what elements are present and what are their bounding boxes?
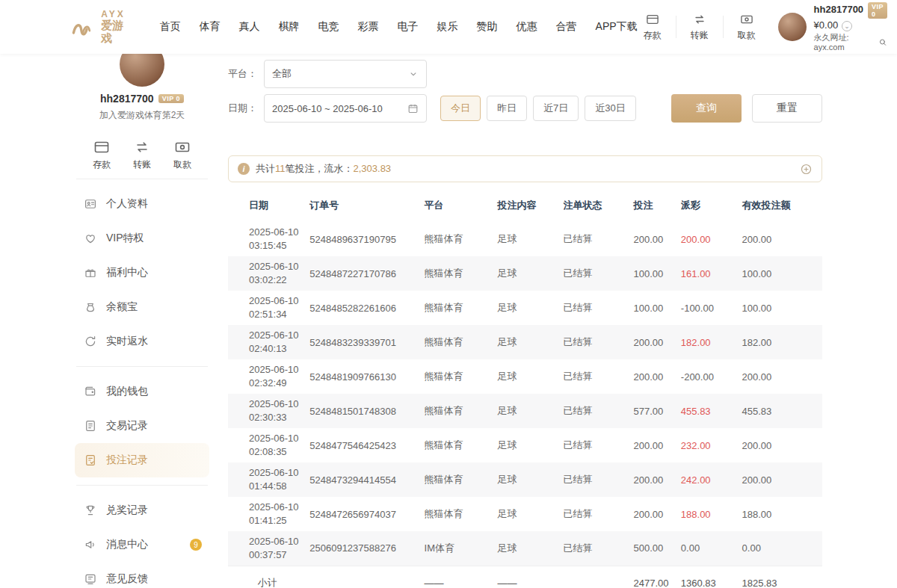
sidebar-item-label: 兑奖记录	[106, 504, 202, 517]
nav-item-9[interactable]: 优惠	[517, 20, 537, 34]
sidebar-item-transaction-doc[interactable]: 交易记录	[75, 409, 209, 443]
cell-date: 2025-06-1002:32:49	[228, 359, 306, 394]
subtotal-row: 小计————2477.001360.831825.83	[228, 566, 822, 588]
sidebar-item-label: 消息中心	[106, 538, 181, 551]
table-row: 2025-06-1002:40:135248483239339701熊猫体育足球…	[228, 325, 822, 359]
gift-icon	[84, 266, 97, 279]
megaphone-icon	[84, 538, 97, 551]
sidebar-item-wallet[interactable]: 我的钱包	[75, 374, 209, 409]
cell-valid-bet: 455.83	[739, 394, 822, 428]
cell-valid-bet: 200.00	[739, 359, 822, 394]
sidebar-item-id-card[interactable]: 个人资料	[75, 187, 209, 221]
table-header-row: 日期订单号平台投注内容注单状态投注派彩有效投注额	[228, 188, 822, 222]
cell-date: 2025-06-1001:44:58	[228, 462, 306, 497]
sidebar-item-megaphone[interactable]: 消息中心9	[75, 527, 209, 562]
quick-range-1[interactable]: 昨日	[487, 96, 527, 121]
cell-bet: 100.00	[630, 291, 677, 325]
platform-select[interactable]: 全部	[264, 60, 427, 88]
nav-item-8[interactable]: 赞助	[477, 20, 498, 34]
cell-platform: 熊猫体育	[422, 256, 495, 291]
logo[interactable]: AYX 爱游戏	[71, 10, 130, 44]
table-row: 2025-06-1002:08:355248477546425423熊猫体育足球…	[228, 428, 822, 462]
wallet-action-withdraw-banknote[interactable]: 取款	[732, 12, 762, 42]
nav-item-2[interactable]: 真人	[239, 20, 260, 34]
column-header: 日期	[228, 188, 306, 222]
cell-payout: 200.00	[678, 222, 739, 256]
cell-status: 已结算	[560, 394, 630, 428]
cell-payout: 232.00	[678, 428, 739, 462]
subtotal-platform: ——	[422, 566, 495, 588]
chevron-down-icon	[408, 69, 419, 79]
table-row: 2025-06-1001:44:585248473294414554熊猫体育足球…	[228, 462, 822, 497]
sidebar-item-feedback-edit[interactable]: 意见反馈	[75, 562, 209, 588]
subtotal-status	[560, 566, 630, 588]
sidebar-item-coin-purse[interactable]: 余额宝	[75, 290, 209, 324]
sidebar-item-rebate-refresh[interactable]: 实时返水	[75, 324, 209, 359]
column-header: 订单号	[306, 188, 421, 222]
cell-bet: 577.00	[630, 394, 677, 428]
sidebar-item-vip-heart[interactable]: VIP特权	[75, 221, 209, 256]
cell-valid-bet: 100.00	[739, 256, 822, 291]
prize-trophy-icon	[84, 504, 97, 517]
search-icon[interactable]	[878, 37, 887, 47]
column-header: 投注	[630, 188, 677, 222]
cell-valid-bet: 182.00	[739, 325, 822, 359]
cell-content: 足球	[495, 222, 561, 256]
reset-button[interactable]: 重置	[752, 94, 822, 123]
avatar[interactable]	[778, 13, 807, 41]
nav-item-11[interactable]: APP下载	[596, 20, 638, 34]
date-range-value: 2025-06-10 ~ 2025-06-10	[272, 103, 383, 114]
feedback-edit-icon	[84, 572, 97, 586]
header-right: 存款转账取款 hh2817700 VIP 0 ¥0.00 ⌄ 永久网址: ayx…	[638, 2, 887, 52]
quick-date-ranges: 今日昨日近7日近30日	[440, 96, 636, 121]
nav-item-3[interactable]: 棋牌	[279, 20, 300, 34]
cell-bet: 100.00	[630, 256, 677, 291]
cell-valid-bet: 200.00	[739, 428, 822, 462]
date-range-input[interactable]: 2025-06-10 ~ 2025-06-10	[264, 94, 427, 123]
nav-item-4[interactable]: 电竞	[318, 20, 339, 34]
wallet-action-deposit-card[interactable]: 存款	[87, 138, 117, 171]
cell-platform: 熊猫体育	[422, 325, 495, 359]
sidebar-item-prize-trophy[interactable]: 兑奖记录	[75, 493, 209, 527]
subtotal-valid: 1825.83	[739, 566, 822, 588]
nav-item-5[interactable]: 彩票	[358, 20, 379, 34]
subtotal-label: 小计	[228, 566, 306, 588]
platform-label: 平台：	[228, 67, 264, 81]
cell-valid-bet: 100.00	[739, 291, 822, 325]
balance-toggle-icon[interactable]: ⌄	[842, 21, 852, 31]
wallet-action-deposit-card[interactable]: 存款	[638, 12, 668, 42]
subtotal-bet: 2477.00	[630, 566, 677, 588]
sidebar-item-label: 余额宝	[106, 300, 202, 314]
vip-badge: VIP 0	[868, 2, 887, 19]
platform-select-value: 全部	[272, 67, 292, 81]
quick-range-0[interactable]: 今日	[440, 96, 481, 121]
nav-item-10[interactable]: 合营	[556, 20, 577, 34]
cell-order-no: 5248473294414554	[306, 462, 421, 497]
cell-platform: 熊猫体育	[422, 462, 495, 497]
cell-valid-bet: 0.00	[739, 531, 822, 566]
cell-date: 2025-06-1003:02:22	[228, 256, 306, 291]
sidebar-item-gift[interactable]: 福利中心	[75, 256, 209, 290]
nav-item-0[interactable]: 首页	[160, 20, 181, 34]
cell-status: 已结算	[560, 359, 630, 394]
nav-item-1[interactable]: 体育	[200, 20, 221, 34]
cell-bet: 500.00	[630, 531, 677, 566]
cell-status: 已结算	[560, 291, 630, 325]
quick-range-2[interactable]: 近7日	[533, 96, 579, 121]
expand-icon[interactable]	[800, 163, 813, 176]
transfer-arrows-icon	[692, 12, 707, 27]
nav-item-6[interactable]: 电子	[398, 20, 419, 34]
wallet-action-withdraw-banknote[interactable]: 取款	[167, 138, 197, 171]
search-button[interactable]: 查询	[671, 94, 742, 123]
quick-range-3[interactable]: 近30日	[585, 96, 635, 121]
cell-order-no: 5248483239339701	[306, 325, 421, 359]
cell-payout: 188.00	[678, 497, 739, 531]
wallet-action-transfer-arrows[interactable]: 转账	[127, 138, 157, 171]
table-row: 2025-06-1002:51:345248485282261606熊猫体育足球…	[228, 291, 822, 325]
nav-item-7[interactable]: 娱乐	[437, 20, 458, 34]
cell-payout: -200.00	[678, 359, 739, 394]
wallet-action-transfer-arrows[interactable]: 转账	[685, 12, 715, 42]
sidebar-item-bet-doc[interactable]: 投注记录	[75, 443, 209, 477]
divider	[723, 16, 724, 38]
cell-bet: 200.00	[630, 497, 677, 531]
